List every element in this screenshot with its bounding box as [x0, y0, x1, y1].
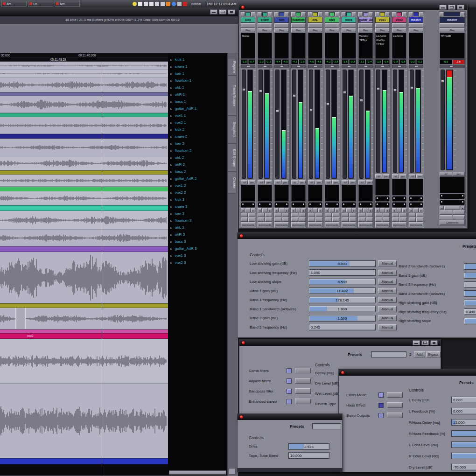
- nudge-right-icon[interactable]: ▶: [318, 208, 322, 212]
- expand-arrow-icon[interactable]: ▶: [170, 247, 172, 250]
- strip-input-button[interactable]: [409, 23, 423, 28]
- track-list-item[interactable]: ▶ohL 3: [168, 224, 227, 231]
- track-list-item[interactable]: ▶vox2 3: [168, 259, 227, 266]
- processor-box[interactable]: [325, 33, 339, 59]
- fader-handle[interactable]: [259, 90, 262, 92]
- track-color-bar[interactable]: vox2: [0, 333, 168, 339]
- solo-button[interactable]: [349, 213, 356, 217]
- record-enable-button[interactable]: Rec: [241, 28, 255, 32]
- expand-arrow-icon[interactable]: ▶: [170, 163, 172, 166]
- sidebar-tab-chunks[interactable]: Chunks: [228, 172, 237, 194]
- pan-slider[interactable]: [375, 196, 390, 202]
- pan-button[interactable]: pan: [265, 180, 272, 184]
- checkbox[interactable]: [287, 368, 292, 373]
- gain-fader[interactable]: [410, 70, 414, 173]
- automation-button[interactable]: [440, 215, 452, 219]
- strip-name-button[interactable]: master: [409, 17, 423, 23]
- strip-width-button[interactable]: [251, 12, 255, 16]
- track-list-item[interactable]: ▶floortom 3: [168, 217, 227, 224]
- gain-unit-button[interactable]: -inf: [308, 180, 315, 184]
- gain-mini-slider[interactable]: [409, 65, 423, 68]
- gain-unit-button[interactable]: -inf: [258, 180, 265, 184]
- gain-fader[interactable]: [441, 70, 445, 170]
- output-box[interactable]: [291, 185, 306, 202]
- automation-button[interactable]: [358, 217, 365, 222]
- nudge-right-icon[interactable]: ▶: [385, 208, 390, 212]
- task-button[interactable]: Ard...: [1, 1, 27, 7]
- gain-unit-button[interactable]: -inf: [375, 174, 382, 178]
- track-list-item[interactable]: ▶snare 1: [168, 63, 227, 70]
- solo-button[interactable]: [265, 213, 272, 217]
- gain-fader[interactable]: [376, 70, 380, 173]
- group-button[interactable]: [383, 217, 390, 222]
- nudge-right-icon[interactable]: ▶: [251, 208, 255, 212]
- gain-mini-slider[interactable]: [241, 65, 255, 68]
- strip-width-button[interactable]: [268, 12, 272, 16]
- track-list-item[interactable]: ▶ohR 1: [168, 91, 227, 98]
- mini-fader[interactable]: [313, 208, 318, 212]
- manual-button[interactable]: Manual: [378, 260, 397, 266]
- expand-arrow-icon[interactable]: ▶: [170, 58, 172, 61]
- gain-fader[interactable]: [242, 70, 246, 179]
- automation-button[interactable]: [375, 217, 382, 222]
- pan-slider[interactable]: [358, 202, 373, 208]
- param-slider[interactable]: 0.000: [464, 300, 476, 306]
- pan-slider[interactable]: [392, 202, 406, 208]
- strip-width-button[interactable]: [285, 12, 289, 16]
- manual-button[interactable]: Manual: [378, 270, 397, 276]
- expand-arrow-icon[interactable]: ▶: [170, 128, 172, 131]
- strip-hide-button[interactable]: [308, 12, 312, 16]
- mini-fader[interactable]: [245, 208, 251, 212]
- nudge-left-icon[interactable]: ◀: [241, 208, 245, 212]
- strip-name-button[interactable]: kick: [241, 17, 255, 23]
- window-resize-bar[interactable]: [238, 468, 342, 472]
- output-box[interactable]: [409, 179, 423, 196]
- pan-slider[interactable]: [291, 202, 306, 208]
- strip-name-button[interactable]: ohR: [325, 17, 339, 23]
- strip-hide-button[interactable]: [375, 12, 379, 16]
- waveform-track[interactable]: [0, 62, 168, 70]
- solo-button[interactable]: [399, 213, 406, 217]
- record-enable-button[interactable]: Rec: [308, 28, 322, 32]
- comments-button[interactable]: Comments: [409, 222, 423, 227]
- gain-unit-button[interactable]: -inf: [291, 180, 298, 184]
- automation-button[interactable]: [241, 217, 248, 222]
- strip-hide-button[interactable]: [342, 12, 346, 16]
- track-list-item[interactable]: ▶guitar_AdR 2: [168, 175, 227, 182]
- sidebar-tab-edit-groups[interactable]: Edit Groups: [228, 144, 237, 172]
- track-list-item[interactable]: ▶guitar_AdR 1: [168, 105, 227, 112]
- checkbox[interactable]: [378, 392, 384, 398]
- nudge-left-icon[interactable]: ◀: [409, 208, 413, 212]
- solo-button[interactable]: [366, 213, 373, 217]
- fader-handle[interactable]: [441, 80, 444, 83]
- strip-hide-button[interactable]: [440, 12, 444, 16]
- strip-width-button[interactable]: [419, 12, 423, 16]
- pan-button[interactable]: pan: [453, 172, 465, 176]
- comments-button[interactable]: Comments: [258, 222, 272, 227]
- pan-slider[interactable]: [258, 202, 272, 208]
- processor-box[interactable]: Mono: [241, 33, 255, 59]
- expand-arrow-icon[interactable]: ▶: [170, 79, 172, 82]
- strip-width-button[interactable]: [318, 12, 322, 16]
- processor-box[interactable]: [274, 33, 289, 59]
- volume-icon[interactable]: [138, 2, 142, 6]
- record-enable-button[interactable]: Rec: [440, 28, 465, 32]
- processor-box[interactable]: TPTpdB: [440, 33, 465, 59]
- track-list-item[interactable]: ▶ohR 2: [168, 161, 227, 168]
- mini-fader[interactable]: [296, 208, 301, 212]
- manual-button[interactable]: Manual: [378, 288, 397, 294]
- group-button[interactable]: [265, 217, 272, 222]
- strip-name-button[interactable]: bass: [342, 17, 356, 23]
- pan-button[interactable]: pan: [399, 174, 406, 178]
- param-slider[interactable]: 1.000: [309, 269, 376, 276]
- waveform-track[interactable]: [0, 384, 168, 458]
- gain-unit-button[interactable]: -inf: [241, 180, 248, 184]
- strip-hide-button[interactable]: [409, 12, 413, 16]
- mute-button[interactable]: [241, 213, 248, 217]
- param-slider[interactable]: [451, 430, 476, 437]
- gain-fader[interactable]: [309, 70, 313, 179]
- strip-width-button[interactable]: [352, 12, 356, 16]
- solo-button[interactable]: [299, 213, 306, 217]
- track-list-item[interactable]: ▶snare 2: [168, 133, 227, 140]
- mute-button[interactable]: [440, 210, 452, 215]
